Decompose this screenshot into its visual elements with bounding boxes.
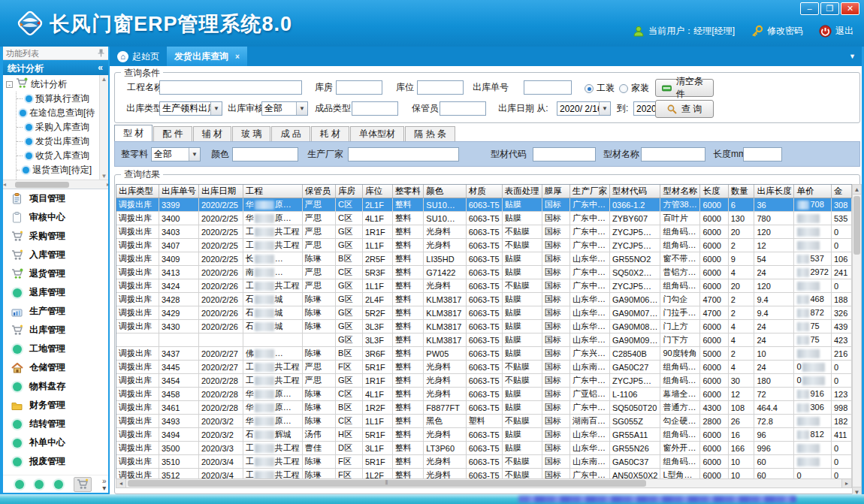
product-type-input[interactable] bbox=[352, 101, 398, 116]
color-input[interactable] bbox=[232, 147, 298, 161]
factory-input[interactable] bbox=[348, 147, 459, 161]
whole-part-select[interactable]: 全部▼ bbox=[151, 147, 201, 161]
sidebar-section-13[interactable]: 补单中心 bbox=[3, 433, 108, 452]
sidebar-section-7[interactable]: 出库管理 bbox=[3, 321, 108, 340]
sidebar-section-1[interactable]: 审核中心 bbox=[3, 208, 108, 227]
sidebar-section-12[interactable]: 结转管理 bbox=[3, 415, 108, 433]
table-row[interactable]: 调拨出库34282020/2/26石城陈琳G区2L4F整料KLM38176063… bbox=[116, 293, 852, 306]
table-row[interactable]: 调拨出库34072020/2/25工共工程严思G区1L1F整料光身料6063-T… bbox=[116, 239, 852, 252]
tree-item-1[interactable]: 在途信息查询[待 bbox=[17, 106, 92, 120]
scroll-left-icon[interactable]: ◂ bbox=[116, 479, 126, 487]
material-tab-2[interactable]: 辅 材 bbox=[193, 126, 231, 141]
material-tab-3[interactable]: 玻 璃 bbox=[232, 126, 270, 141]
table-row[interactable]: 调拨出库34032020/2/25工共工程严思G区1R1F整料光身料6063-T… bbox=[116, 225, 852, 239]
table-row[interactable]: 调拨出库34932020/3/2华原…陈琳C区1L1F整料黑色塑料不贴膜国标湖南… bbox=[116, 415, 852, 428]
table-row[interactable]: 调拨出库35002020/3/3工共工程曹佳D区3L1F整料LT3P606063… bbox=[116, 442, 852, 455]
collapse-icon[interactable]: « bbox=[98, 62, 103, 73]
overflow-dot-icon-2[interactable] bbox=[35, 480, 44, 489]
logout-button[interactable]: 退出 bbox=[819, 25, 853, 38]
profile-code-input[interactable] bbox=[533, 147, 596, 161]
close-button[interactable]: ✕ bbox=[841, 2, 859, 15]
date-from-select[interactable]: 2020/ 2/16▼ bbox=[557, 101, 611, 116]
column-header-4[interactable]: 保管员 bbox=[302, 185, 335, 198]
table-row[interactable]: 调拨出库34292020/2/26石城陈琳G区5R2F整料KLM38176063… bbox=[116, 306, 852, 320]
tree-root-statistics[interactable]: - 统计分析 bbox=[6, 77, 92, 92]
sidebar-section-4[interactable]: 退货管理 bbox=[3, 264, 108, 283]
column-header-19[interactable]: 金 bbox=[831, 185, 851, 198]
sidebar-section-14[interactable]: 报废管理 bbox=[3, 452, 108, 471]
tab-close-icon[interactable]: × bbox=[235, 53, 240, 61]
length-input[interactable] bbox=[743, 147, 782, 161]
table-row[interactable]: 调拨出库34132020/2/26南…严思C区5R3F整料G714226063-… bbox=[116, 266, 852, 279]
tree-item-4[interactable]: 收货入库查询 bbox=[17, 149, 92, 163]
tree-item-3[interactable]: 发货出库查询 bbox=[17, 134, 92, 149]
audit-select[interactable]: 全部▼ bbox=[261, 101, 308, 116]
material-tab-6[interactable]: 单体型材 bbox=[350, 126, 404, 141]
profile-name-input[interactable] bbox=[641, 147, 705, 161]
horizontal-scroll-thumb[interactable]: ⦀ bbox=[128, 480, 646, 487]
column-header-6[interactable]: 库位 bbox=[362, 185, 392, 198]
tab-list-dropdown-icon[interactable]: ▼ bbox=[849, 53, 856, 60]
sidebar-section-3[interactable]: 入库管理 bbox=[3, 246, 108, 264]
material-tab-4[interactable]: 成 品 bbox=[271, 126, 310, 141]
outbound-type-select[interactable]: 生产领料出库▼ bbox=[159, 101, 222, 116]
table-row[interactable]: 调拨出库34452020/2/27工共工程严思F区5R1F整料光身料6063-T… bbox=[116, 361, 852, 374]
table-row[interactable]: 调拨出库34302020/2/26石城陈琳G区3L3F整料KLM38176063… bbox=[116, 320, 852, 333]
change-password-button[interactable]: 修改密码 bbox=[751, 25, 803, 38]
column-header-17[interactable]: 出库长度 bbox=[754, 185, 794, 198]
vertical-scroll-thumb[interactable] bbox=[853, 196, 860, 255]
column-header-3[interactable]: 工程 bbox=[243, 185, 302, 198]
table-row[interactable]: 调拨出库34542020/2/28工共工程严思G区1R1F整料光身料6063-T… bbox=[116, 374, 852, 388]
grid-vertical-scrollbar[interactable]: ▲ ▼ bbox=[852, 184, 862, 497]
sidebar-section-9[interactable]: 仓储管理 bbox=[3, 358, 108, 377]
column-header-0[interactable]: 出库类型 bbox=[116, 185, 159, 198]
column-header-2[interactable]: 出库日期 bbox=[198, 185, 243, 198]
sidebar-section-11[interactable]: 财务管理 bbox=[3, 396, 108, 415]
sidebar-section-6[interactable]: 生产管理 bbox=[3, 302, 108, 321]
tree-item-2[interactable]: 采购入库查询 bbox=[17, 120, 92, 134]
table-row[interactable]: 调拨出库35102020/3/4工共工程陈琳F区5R1F整料光身料6063-T5… bbox=[116, 455, 852, 469]
sidebar-section-2[interactable]: 采购管理 bbox=[3, 227, 108, 246]
column-header-9[interactable]: 材质 bbox=[466, 185, 502, 198]
tree-item-0[interactable]: 预算执行查询 bbox=[17, 92, 92, 106]
search-button[interactable]: 查 询 bbox=[655, 100, 714, 118]
minimize-button[interactable]: – bbox=[800, 2, 819, 15]
overflow-dot-icon-1[interactable] bbox=[15, 480, 24, 489]
statistics-section-header[interactable]: 统计分析 « bbox=[3, 60, 108, 75]
material-tab-5[interactable]: 耗 材 bbox=[311, 126, 349, 141]
material-tab-7[interactable]: 隔 热 条 bbox=[405, 126, 455, 141]
material-tab-0[interactable]: 型 材 bbox=[114, 125, 153, 141]
material-tab-1[interactable]: 配 件 bbox=[153, 126, 192, 141]
scroll-right-icon[interactable]: ▸ bbox=[841, 479, 851, 487]
table-row[interactable]: 调拨出库34002020/2/25华原…严思C区4L1F整料SU10…6063-… bbox=[116, 212, 852, 225]
clear-conditions-button[interactable]: 清空条件 bbox=[655, 79, 714, 97]
column-header-12[interactable]: 生产厂家 bbox=[569, 185, 609, 198]
sidebar-section-0[interactable]: 项目管理 bbox=[3, 189, 108, 208]
table-row[interactable]: 调拨出库33992020/2/25华原…严思C区2L1F整料SU10…6063-… bbox=[116, 198, 852, 212]
table-row[interactable]: 调拨出库34372020/2/27佛…陈琳B区3R6F整料PW056063-T5… bbox=[116, 347, 852, 361]
sidebar-section-5[interactable]: 退库管理 bbox=[3, 283, 108, 302]
table-row[interactable]: 调拨出库34612020/2/28华原…陈琳B区1R2F整料F8877FT606… bbox=[116, 401, 852, 415]
column-header-16[interactable]: 数量 bbox=[728, 185, 754, 198]
order-no-input[interactable] bbox=[524, 80, 572, 95]
tree-expander-icon[interactable]: - bbox=[6, 81, 13, 88]
grid-horizontal-scrollbar[interactable]: ◂ ⦀ ▸ bbox=[116, 478, 852, 488]
table-row[interactable]: G区3L3F整料KLM38176063-T5贴膜国标山东华…GA90M09…门下… bbox=[116, 333, 852, 347]
keeper-input[interactable] bbox=[440, 101, 486, 116]
column-header-15[interactable]: 长度 bbox=[700, 185, 728, 198]
column-header-1[interactable]: 出库单号 bbox=[159, 185, 198, 198]
project-name-input[interactable] bbox=[159, 80, 302, 95]
table-row[interactable]: 调拨出库34582020/2/28华原…陈琳C区4L1F整料光身料6063-T5… bbox=[116, 388, 852, 401]
column-header-8[interactable]: 颜色 bbox=[424, 185, 466, 198]
tree-item-5[interactable]: 退货查询[待定] bbox=[17, 163, 92, 177]
table-row[interactable]: 调拨出库34242020/2/26工共工程严思G区1L1F整料光身料6063-T… bbox=[116, 279, 852, 293]
column-header-11[interactable]: 膜厚 bbox=[542, 185, 569, 198]
table-row[interactable]: 调拨出库34092020/2/25长…陈琳B区2R5F整料LI35HD6063-… bbox=[116, 252, 852, 266]
overflow-chevron[interactable]: »▾ bbox=[102, 478, 107, 491]
column-header-5[interactable]: 库房 bbox=[336, 185, 363, 198]
column-header-10[interactable]: 表面处理 bbox=[502, 185, 542, 198]
pin-icon[interactable] bbox=[98, 49, 104, 59]
tree-horizontal-scrollbar[interactable]: ◂▸ bbox=[3, 180, 108, 189]
radio-work-install[interactable]: 工装 bbox=[585, 82, 615, 95]
column-header-13[interactable]: 型材代码 bbox=[609, 185, 660, 198]
